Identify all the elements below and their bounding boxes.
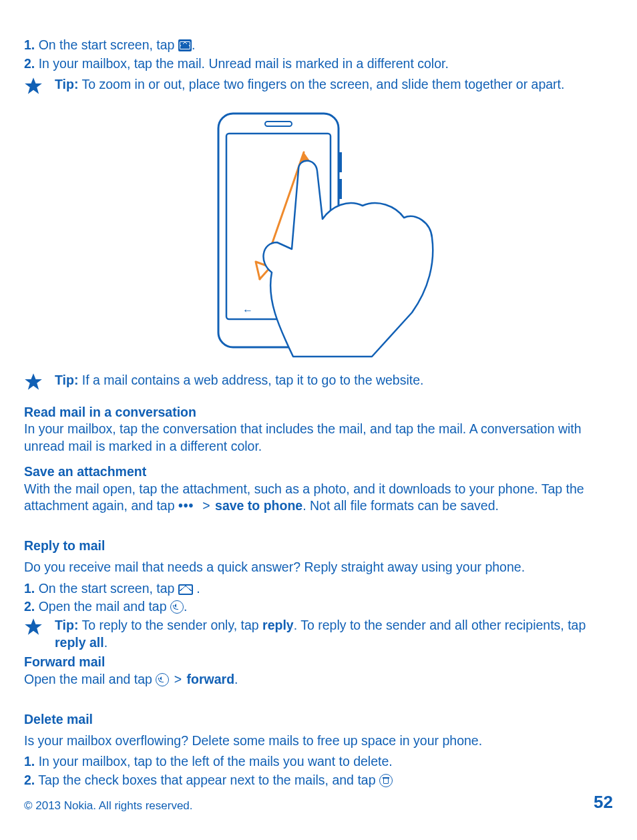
mail-icon	[178, 584, 193, 595]
tip-body: To zoom in or out, place two fingers on …	[78, 77, 564, 91]
step-1: 1. On the start screen, tap .	[24, 580, 613, 598]
section-title: Read mail in a conversation	[24, 404, 613, 421]
tip-body: .	[104, 635, 108, 650]
step-text: Open the mail and tap	[35, 599, 170, 614]
tip-row: Tip: To zoom in or out, place two finger…	[24, 76, 613, 100]
section-intro: Is your mailbox overflowing? Delete some…	[24, 732, 613, 750]
tip-body: If a mail contains a web address, tap it…	[78, 373, 423, 387]
menu-label: forward	[187, 672, 235, 686]
section-intro: Do you receive mail that needs a quick a…	[24, 559, 613, 576]
chevron-right-icon: >	[201, 498, 211, 513]
pinch-zoom-illustration: ←	[24, 106, 613, 364]
step-number: 1.	[24, 754, 35, 769]
tip-text: Tip: If a mail contains a web address, t…	[55, 372, 613, 389]
chevron-right-icon: >	[173, 672, 183, 686]
reply-icon	[156, 673, 169, 686]
step-number: 2.	[24, 599, 35, 614]
step-text: Tap the check boxes that appear next to …	[35, 773, 379, 787]
step-number: 1.	[24, 37, 35, 52]
mail-icon	[178, 39, 192, 51]
svg-marker-0	[25, 78, 42, 95]
step-text: On the start screen, tap	[35, 37, 178, 52]
step-text: On the start screen, tap	[35, 581, 178, 596]
step-2: 2. Tap the check boxes that appear next …	[24, 772, 613, 789]
tip-label: Tip:	[55, 77, 78, 91]
svg-rect-3	[265, 122, 292, 126]
star-icon	[24, 618, 55, 641]
tip-label: Tip:	[55, 373, 78, 387]
star-icon	[24, 77, 55, 100]
step-number: 1.	[24, 581, 35, 596]
tip-body: To reply to the sender only, tap	[78, 618, 262, 632]
text: .	[234, 672, 238, 686]
star-icon	[24, 373, 55, 396]
svg-marker-16	[25, 618, 42, 635]
section-title: Reply to mail	[24, 538, 613, 555]
tip-text: Tip: To reply to the sender only, tap re…	[55, 617, 613, 651]
tip-row: Tip: To reply to the sender only, tap re…	[24, 617, 613, 651]
page-number: 52	[594, 791, 613, 813]
step-2: 2. Open the mail and tap .	[24, 598, 613, 616]
tip-label: Tip:	[55, 618, 78, 632]
action-label: reply	[262, 618, 294, 632]
step-text: In your mailbox, tap to the left of the …	[35, 754, 392, 769]
text: . Not all file formats can be saved.	[302, 498, 499, 513]
section-title: Save an attachment	[24, 463, 613, 481]
menu-label: save to phone	[215, 498, 302, 513]
section-title: Forward mail	[24, 654, 613, 671]
step-number: 2.	[24, 773, 35, 787]
action-label: reply all	[55, 635, 104, 650]
step-text: .	[192, 37, 195, 52]
page-footer: © 2013 Nokia. All rights reserved. 52	[24, 791, 613, 813]
section-body: With the mail open, tap the attachment, …	[24, 481, 613, 515]
step-text: .	[184, 599, 187, 614]
svg-rect-5	[339, 179, 342, 199]
tip-text: Tip: To zoom in or out, place two finger…	[55, 76, 613, 93]
copyright-text: © 2013 Nokia. All rights reserved.	[24, 799, 193, 813]
step-1: 1. In your mailbox, tap to the left of t…	[24, 753, 613, 771]
svg-text:←: ←	[242, 304, 253, 316]
reply-icon	[170, 600, 184, 614]
trash-icon	[379, 774, 393, 787]
section-title: Delete mail	[24, 711, 613, 728]
step-text: In your mailbox, tap the mail. Unread ma…	[35, 56, 449, 71]
tip-row: Tip: If a mail contains a web address, t…	[24, 372, 613, 396]
section-body: Open the mail and tap > forward.	[24, 671, 613, 688]
step-text: .	[193, 581, 200, 596]
svg-marker-15	[25, 373, 42, 390]
step-number: 2.	[24, 56, 35, 71]
more-icon: •••	[178, 498, 194, 513]
text: Open the mail and tap	[24, 672, 156, 686]
tip-body: . To reply to the sender and all other r…	[294, 618, 586, 632]
step-2: 2. In your mailbox, tap the mail. Unread…	[24, 55, 613, 73]
page: 1. On the start screen, tap . 2. In your…	[0, 0, 637, 840]
step-1: 1. On the start screen, tap .	[24, 37, 613, 54]
section-body: In your mailbox, tap the conversation th…	[24, 421, 613, 455]
svg-rect-4	[339, 152, 342, 172]
